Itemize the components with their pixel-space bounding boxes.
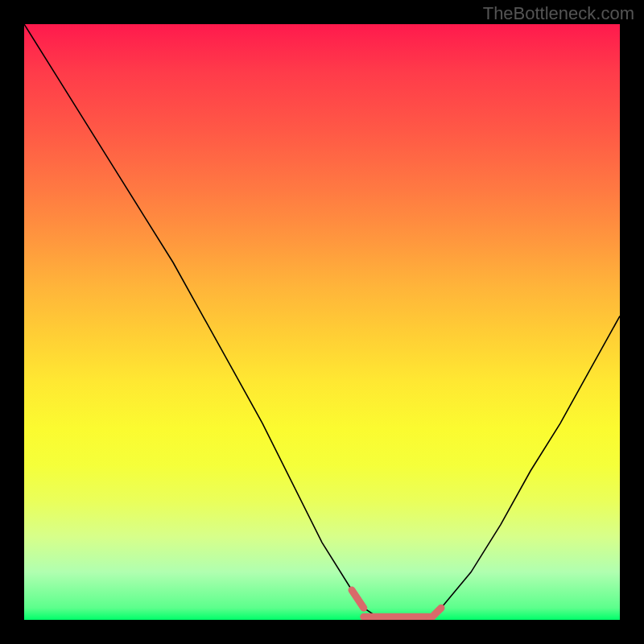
highlight-segment [429, 608, 441, 620]
highlight-group [352, 590, 441, 620]
curve-line [24, 24, 620, 620]
chart-plot-area [24, 24, 620, 620]
highlight-segment [352, 590, 364, 608]
watermark-text: TheBottleneck.com [483, 3, 634, 24]
chart-svg [24, 24, 620, 620]
